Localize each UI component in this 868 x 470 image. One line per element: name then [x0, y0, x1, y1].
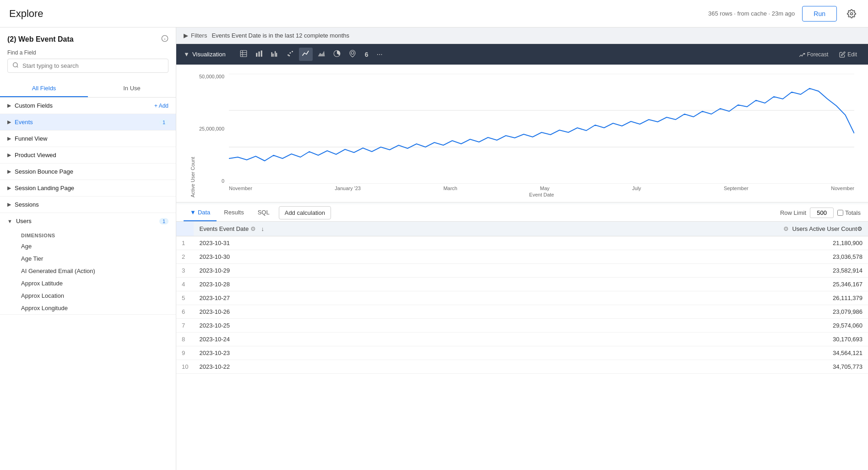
filters-bar: ▶ Filters Events Event Date is in the la… — [176, 27, 868, 44]
group-sessions-label: Sessions — [15, 201, 168, 208]
row-num: 6 — [176, 305, 194, 319]
results-tab-label: Results — [224, 209, 244, 216]
group-users: ▼ Users 1 DIMENSIONS Age Age Tier AI Gen… — [0, 213, 176, 315]
forecast-label: Forecast — [807, 51, 829, 58]
y-axis-ticks: 50,000,000 25,000,000 0 — [199, 74, 224, 197]
row-count: 21,180,900 — [501, 236, 868, 250]
field-age-tier[interactable]: Age Tier — [0, 252, 176, 265]
group-product-viewed-label: Product Viewed — [15, 152, 168, 158]
table-row: 4 2023-10-28 25,346,167 — [176, 278, 868, 291]
tab-sql[interactable]: SQL — [251, 204, 276, 221]
tab-results[interactable]: Results — [217, 204, 250, 221]
filters-text: Events Event Date is in the last 12 comp… — [212, 32, 349, 39]
tab-data[interactable]: ▼ Data — [184, 204, 217, 221]
x-tick-nov: November — [229, 186, 252, 191]
row-date: 2023-10-24 — [194, 333, 501, 346]
group-product-viewed-header[interactable]: ▶ Product Viewed — [0, 147, 176, 163]
chevron-down-icon-users: ▼ — [7, 219, 12, 224]
col-header-num — [176, 222, 194, 236]
row-limit-section: Row Limit Totals — [780, 208, 861, 218]
viz-scatter-icon[interactable] — [283, 48, 297, 61]
x-tick-jan: January '23 — [335, 186, 361, 191]
x-tick-sep: September — [724, 186, 749, 191]
totals-checkbox[interactable] — [837, 210, 843, 216]
dimensions-label: DIMENSIONS — [0, 229, 176, 240]
viz-label-text: Visualization — [192, 51, 226, 58]
row-date: 2023-10-27 — [194, 291, 501, 305]
info-icon[interactable] — [161, 35, 168, 44]
row-count: 29,574,060 — [501, 319, 868, 333]
settings-icon[interactable] — [844, 6, 859, 21]
header: Explore 365 rows · from cache · 23m ago … — [0, 0, 868, 27]
svg-point-19 — [292, 51, 293, 52]
svg-rect-11 — [258, 52, 260, 57]
totals-checkbox-label[interactable]: Totals — [837, 209, 861, 216]
group-custom-fields-header[interactable]: ▶ Custom Fields + Add — [0, 98, 176, 114]
row-num: 8 — [176, 333, 194, 346]
group-session-bounce-page-header[interactable]: ▶ Session Bounce Page — [0, 164, 176, 180]
group-funnel-view-header[interactable]: ▶ Funnel View — [0, 131, 176, 147]
svg-point-23 — [351, 52, 354, 55]
row-date: 2023-10-26 — [194, 305, 501, 319]
field-groups: ▶ Custom Fields + Add ▶ Events 1 ▶ Funne… — [0, 98, 176, 470]
viz-grouped-bar-icon[interactable] — [268, 48, 282, 61]
field-approx-latitude[interactable]: Approx Latitude — [0, 277, 176, 290]
group-events: ▶ Events 1 — [0, 114, 176, 131]
svg-rect-16 — [276, 53, 277, 57]
chevron-right-icon-sessions: ▶ — [7, 202, 11, 208]
group-events-badge: 1 — [159, 119, 168, 126]
group-session-bounce-page: ▶ Session Bounce Page — [0, 164, 176, 180]
svg-point-18 — [289, 52, 291, 54]
field-ai-email[interactable]: AI Generated Email (Action) — [0, 265, 176, 277]
tab-all-fields[interactable]: All Fields — [0, 80, 88, 97]
edit-button[interactable]: Edit — [835, 49, 861, 60]
chevron-right-icon: ▶ — [7, 103, 11, 109]
field-approx-location[interactable]: Approx Location — [0, 290, 176, 302]
group-session-landing-page-header[interactable]: ▶ Session Landing Page — [0, 180, 176, 196]
group-users-header[interactable]: ▼ Users 1 — [0, 213, 176, 229]
group-session-bounce-page-label: Session Bounce Page — [15, 168, 168, 175]
chart-area: Active User Count 50,000,000 25,000,000 … — [176, 65, 868, 202]
row-date: 2023-10-23 — [194, 346, 501, 360]
filters-toggle[interactable]: ▶ Filters — [184, 32, 207, 39]
row-count: 25,346,167 — [501, 278, 868, 291]
viz-line-icon[interactable] — [299, 48, 313, 61]
row-date: 2023-10-29 — [194, 264, 501, 278]
sort-icon[interactable]: ↓ — [261, 225, 264, 232]
y-tick-50m: 50,000,000 — [199, 74, 224, 79]
col-users-gear-icon[interactable]: ⚙ — [783, 225, 789, 232]
viz-bar-icon[interactable] — [252, 48, 266, 61]
run-button[interactable]: Run — [802, 6, 837, 22]
svg-rect-15 — [275, 51, 276, 57]
tab-in-use[interactable]: In Use — [88, 80, 176, 97]
field-approx-longitude[interactable]: Approx Longitude — [0, 302, 176, 314]
chart-container: November January '23 March May July Sept… — [229, 74, 854, 197]
table-row: 5 2023-10-27 26,111,379 — [176, 291, 868, 305]
row-limit-input[interactable] — [810, 208, 834, 218]
viz-table-icon[interactable] — [237, 48, 250, 61]
add-custom-field-button[interactable]: + Add — [154, 103, 168, 109]
y-tick-0: 0 — [222, 178, 224, 184]
viz-pie-icon[interactable] — [330, 48, 344, 61]
users-count-label: Users Active User Count — [792, 225, 857, 232]
viz-area-icon[interactable] — [315, 48, 328, 61]
col-gear-icon[interactable]: ⚙ — [250, 225, 256, 232]
forecast-button[interactable]: Forecast — [795, 49, 832, 60]
viz-map-icon[interactable] — [346, 48, 359, 61]
viz-toggle[interactable]: ▼ Visualization — [184, 51, 226, 58]
add-calculation-button[interactable]: Add calculation — [279, 206, 331, 219]
group-events-header[interactable]: ▶ Events 1 — [0, 114, 176, 130]
search-icon — [12, 62, 19, 70]
search-input[interactable] — [22, 62, 163, 69]
table-row: 10 2023-10-22 34,705,773 — [176, 360, 868, 374]
group-sessions-header[interactable]: ▶ Sessions — [0, 197, 176, 213]
viz-more-icon[interactable]: ··· — [374, 49, 385, 60]
col-settings-icon[interactable]: ⚙ — [857, 225, 863, 232]
table-row: 2 2023-10-30 23,036,578 — [176, 250, 868, 264]
y-axis-label: Active User Count — [190, 74, 195, 197]
viz-number-icon[interactable]: 6 — [361, 49, 372, 60]
row-count: 30,170,693 — [501, 333, 868, 346]
group-events-label: Events — [15, 119, 159, 126]
field-age[interactable]: Age — [0, 240, 176, 252]
chevron-right-icon-landing: ▶ — [7, 185, 11, 191]
